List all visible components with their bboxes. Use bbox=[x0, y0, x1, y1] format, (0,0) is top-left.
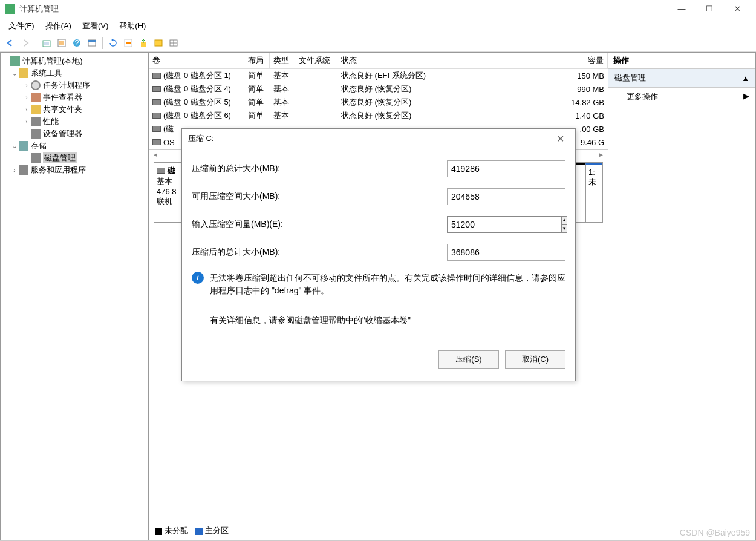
col-type[interactable]: 类型 bbox=[270, 53, 295, 68]
dialog-title: 压缩 C: bbox=[188, 133, 551, 144]
value-total-before: 419286 bbox=[447, 160, 565, 177]
app-icon bbox=[5, 4, 15, 14]
volume-table-header: 卷 布局 类型 文件系统 状态 容量 bbox=[149, 53, 608, 69]
disk-info[interactable]: 磁 基本 476.8 联机 bbox=[154, 163, 182, 222]
col-volume[interactable]: 卷 bbox=[149, 53, 244, 68]
export-icon[interactable] bbox=[137, 36, 150, 50]
tree-root[interactable]: 计算机管理(本地) bbox=[2, 55, 147, 67]
properties-button[interactable] bbox=[55, 36, 68, 50]
tree-task-scheduler[interactable]: ›任务计划程序 bbox=[2, 79, 147, 91]
refresh-icon[interactable] bbox=[106, 36, 120, 50]
spin-down-button[interactable]: ▼ bbox=[561, 225, 567, 233]
menu-help[interactable]: 帮助(H) bbox=[119, 21, 146, 31]
action-more[interactable]: 更多操作 ▶ bbox=[608, 88, 755, 106]
tree-storage[interactable]: ⌄存储 bbox=[2, 140, 147, 152]
list-icon[interactable] bbox=[152, 36, 165, 50]
spin-up-button[interactable]: ▲ bbox=[561, 216, 567, 225]
action-section[interactable]: 磁盘管理 ▲ bbox=[608, 69, 755, 88]
forward-button[interactable] bbox=[19, 36, 32, 50]
submenu-icon: ▶ bbox=[743, 91, 749, 102]
tree-device-manager[interactable]: 设备管理器 bbox=[2, 128, 147, 140]
maximize-button[interactable]: ☐ bbox=[696, 0, 723, 18]
svg-rect-9 bbox=[88, 40, 96, 42]
table-row[interactable]: (磁盘 0 磁盘分区 4) 简单 基本 状态良好 (恢复分区) 990 MB bbox=[149, 82, 608, 96]
window-title: 计算机管理 bbox=[19, 4, 668, 15]
scroll-left-icon[interactable]: ◄ bbox=[152, 151, 158, 152]
col-layout[interactable]: 布局 bbox=[244, 53, 270, 68]
tree-services[interactable]: ›服务和应用程序 bbox=[2, 164, 147, 176]
collapse-icon[interactable]: ▲ bbox=[741, 74, 749, 83]
view-button[interactable] bbox=[85, 36, 99, 50]
svg-rect-1 bbox=[44, 42, 49, 45]
action-header: 操作 bbox=[608, 53, 755, 69]
tree-event-viewer[interactable]: ›事件查看器 bbox=[2, 91, 147, 103]
value-total-after: 368086 bbox=[447, 244, 565, 261]
settings-icon[interactable] bbox=[122, 36, 135, 50]
tree-system-tools[interactable]: ⌄系统工具 bbox=[2, 67, 147, 79]
table-row[interactable]: (磁盘 0 磁盘分区 1) 简单 基本 状态良好 (EFI 系统分区) 150 … bbox=[149, 69, 608, 82]
dialog-close-icon[interactable]: ✕ bbox=[551, 133, 569, 145]
shrink-dialog: 压缩 C: ✕ 压缩前的总计大小(MB): 419286 可用压缩空间大小(MB… bbox=[181, 128, 576, 381]
svg-rect-13 bbox=[155, 40, 162, 46]
tree-pane: 计算机管理(本地) ⌄系统工具 ›任务计划程序 ›事件查看器 ›共享文件夹 ›性… bbox=[0, 52, 148, 540]
value-available: 204658 bbox=[447, 188, 565, 205]
scroll-right-icon[interactable]: ► bbox=[598, 151, 604, 152]
action-pane: 操作 磁盘管理 ▲ 更多操作 ▶ bbox=[608, 52, 756, 540]
back-button[interactable] bbox=[4, 36, 17, 50]
help-icon[interactable]: ? bbox=[70, 36, 83, 50]
col-capacity[interactable]: 容量 bbox=[565, 53, 608, 68]
table-row[interactable]: (磁盘 0 磁盘分区 6) 简单 基本 状态良好 (恢复分区) 1.40 GB bbox=[149, 109, 608, 122]
svg-rect-11 bbox=[126, 42, 131, 44]
tree-shared-folders[interactable]: ›共享文件夹 bbox=[2, 103, 147, 116]
up-button[interactable] bbox=[40, 36, 53, 50]
partition-small[interactable]: 1: 未 bbox=[585, 163, 602, 222]
cancel-button[interactable]: 取消(C) bbox=[505, 350, 565, 369]
shrink-button[interactable]: 压缩(S) bbox=[438, 350, 499, 369]
shrink-amount-input[interactable] bbox=[447, 216, 561, 233]
info-text: 无法将卷压缩到超出任何不可移动的文件所在的点。有关完成该操作时间的详细信息，请参… bbox=[210, 272, 565, 297]
label-available: 可用压缩空间大小(MB): bbox=[192, 191, 447, 202]
svg-text:?: ? bbox=[74, 38, 79, 47]
label-shrink-amount: 输入压缩空间量(MB)(E): bbox=[192, 219, 447, 230]
menu-action[interactable]: 操作(A) bbox=[45, 21, 71, 31]
label-total-before: 压缩前的总计大小(MB): bbox=[192, 163, 447, 174]
close-button[interactable]: ✕ bbox=[723, 0, 751, 18]
minimize-button[interactable]: ― bbox=[668, 0, 696, 18]
menubar: 文件(F) 操作(A) 查看(V) 帮助(H) bbox=[0, 18, 756, 34]
menu-view[interactable]: 查看(V) bbox=[82, 21, 108, 31]
menu-file[interactable]: 文件(F) bbox=[8, 21, 34, 31]
tree-performance[interactable]: ›性能 bbox=[2, 116, 147, 128]
label-total-after: 压缩后的总计大小(MB): bbox=[192, 247, 447, 258]
titlebar: 计算机管理 ― ☐ ✕ bbox=[0, 0, 756, 18]
info-icon: i bbox=[192, 272, 204, 284]
table-row[interactable]: (磁盘 0 磁盘分区 5) 简单 基本 状态良好 (恢复分区) 14.82 GB bbox=[149, 96, 608, 109]
help-text: 有关详细信息，请参阅磁盘管理帮助中的"收缩基本卷" bbox=[192, 315, 565, 326]
col-filesystem[interactable]: 文件系统 bbox=[295, 53, 337, 68]
grid-icon[interactable] bbox=[167, 36, 180, 50]
col-status[interactable]: 状态 bbox=[337, 53, 565, 68]
tree-disk-management[interactable]: 磁盘管理 bbox=[2, 152, 147, 164]
legend: 未分配 主分区 bbox=[155, 525, 229, 536]
toolbar: ? bbox=[0, 34, 756, 52]
watermark: CSDN @Baiye959 bbox=[680, 528, 750, 537]
